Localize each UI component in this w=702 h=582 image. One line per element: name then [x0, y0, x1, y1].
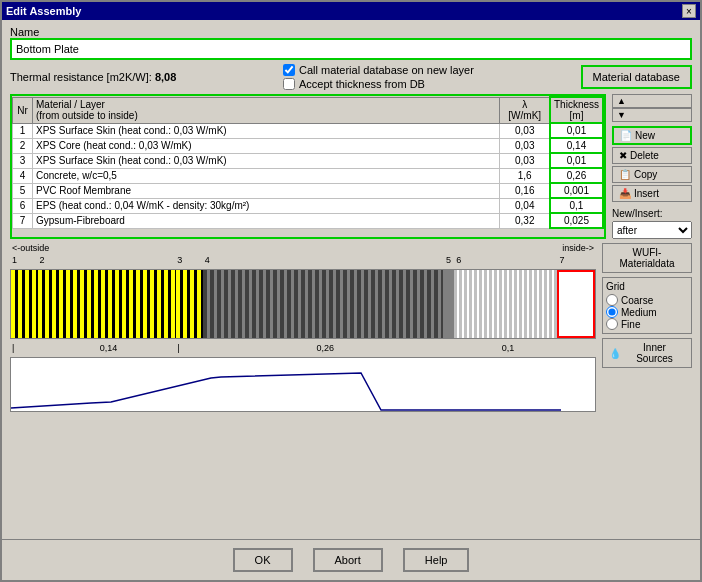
cell-lambda: 0,03 — [500, 123, 550, 138]
cell-nr: 6 — [13, 198, 33, 213]
lower-visualization — [10, 357, 596, 412]
table-row[interactable]: 7 Gypsum-Fibreboard 0,32 0,025 — [13, 213, 604, 228]
thermal-profile-svg — [11, 358, 595, 411]
seg-num-6: 6 — [456, 255, 559, 267]
name-label: Name — [10, 26, 39, 38]
layer-table: Nr Material / Layer (from outside to ins… — [10, 94, 606, 239]
checkbox-group: Call material database on new layer Acce… — [283, 64, 474, 90]
inside-label: inside-> — [562, 243, 594, 253]
new-button[interactable]: 📄 New — [612, 126, 692, 145]
viz-segment-7 — [557, 270, 595, 338]
viz-segment-5 — [443, 270, 453, 338]
cell-nr: 1 — [13, 123, 33, 138]
call-material-db-label: Call material database on new layer — [299, 64, 474, 76]
seg-num-2: 2 — [40, 255, 178, 267]
title-bar: Edit Assembly × — [2, 2, 700, 20]
cell-nr: 5 — [13, 183, 33, 198]
viz-segment-4 — [203, 270, 443, 338]
copy-icon: 📋 — [619, 169, 631, 180]
abort-button[interactable]: Abort — [313, 548, 383, 572]
meas-4: 0,26 — [205, 343, 446, 353]
viz-segment-1 — [11, 270, 38, 338]
table-section: Nr Material / Layer (from outside to ins… — [10, 94, 692, 239]
cell-material: XPS Core (heat cond.: 0,03 W/mK) — [33, 138, 500, 153]
meas-2: 0,14 — [40, 343, 178, 353]
accept-thickness-row: Accept thickness from DB — [283, 78, 474, 90]
grid-medium-radio[interactable] — [606, 306, 618, 318]
cell-thickness: 0,1 — [550, 198, 603, 213]
visualization-area: <-outside inside-> 1 2 3 4 5 6 7 — [10, 243, 692, 533]
close-button[interactable]: × — [682, 4, 696, 18]
scroll-up-button[interactable]: ▲ — [612, 94, 692, 108]
cell-lambda: 0,04 — [500, 198, 550, 213]
grid-coarse-row: Coarse — [606, 294, 688, 306]
cell-nr: 2 — [13, 138, 33, 153]
viz-segment-6 — [454, 270, 557, 338]
accept-thickness-checkbox[interactable] — [283, 78, 295, 90]
grid-fine-radio[interactable] — [606, 318, 618, 330]
cell-lambda: 0,03 — [500, 153, 550, 168]
call-material-db-checkbox[interactable] — [283, 64, 295, 76]
grid-coarse-radio[interactable] — [606, 294, 618, 306]
call-material-db-row: Call material database on new layer — [283, 64, 474, 76]
segment-numbers-row: 1 2 3 4 5 6 7 — [10, 255, 596, 267]
cell-material: Concrete, w/c=0,5 — [33, 168, 500, 183]
meas-spacer-1: | — [12, 343, 40, 353]
layers-table: Nr Material / Layer (from outside to ins… — [12, 96, 604, 229]
inner-sources-icon: 💧 — [609, 348, 621, 359]
delete-button[interactable]: ✖ Delete — [612, 147, 692, 164]
grid-fine-row: Fine — [606, 318, 688, 330]
insert-button[interactable]: 📥 Insert — [612, 185, 692, 202]
col-thickness: Thickness [m] — [550, 97, 603, 123]
grid-group: Grid Coarse Medium Fine — [602, 277, 692, 334]
thermal-row: Thermal resistance [m2K/W]: 8,08 Call ma… — [10, 64, 692, 90]
cell-lambda: 0,03 — [500, 138, 550, 153]
cell-nr: 7 — [13, 213, 33, 228]
meas-6: 0,1 — [456, 343, 559, 353]
seg-num-5: 5 — [446, 255, 456, 267]
col-lambda: λ [W/mK] — [500, 97, 550, 123]
new-insert-label: New/Insert: — [612, 208, 692, 219]
delete-icon: ✖ — [619, 150, 627, 161]
cell-material: PVC Roof Membrane — [33, 183, 500, 198]
cell-lambda: 0,32 — [500, 213, 550, 228]
grid-title: Grid — [606, 281, 688, 292]
cell-material: XPS Surface Skin (heat cond.: 0,03 W/mK) — [33, 153, 500, 168]
help-button[interactable]: Help — [403, 548, 470, 572]
outside-label: <-outside — [12, 243, 49, 253]
insert-position-select[interactable]: after before — [612, 221, 692, 239]
cell-thickness: 0,14 — [550, 138, 603, 153]
cell-thickness: 0,01 — [550, 123, 603, 138]
material-database-button[interactable]: Material database — [581, 65, 692, 89]
viz-left: <-outside inside-> 1 2 3 4 5 6 7 — [10, 243, 596, 533]
viz-segment-3 — [176, 270, 203, 338]
seg-num-7: 7 — [560, 255, 594, 267]
outside-inside-labels: <-outside inside-> — [10, 243, 596, 253]
measurements-row: | 0,14 | 0,26 0,1 — [10, 341, 596, 355]
table-row[interactable]: 2 XPS Core (heat cond.: 0,03 W/mK) 0,03 … — [13, 138, 604, 153]
table-row[interactable]: 6 EPS (heat cond.: 0,04 W/mK - density: … — [13, 198, 604, 213]
seg-num-1: 1 — [12, 255, 40, 267]
cell-material: EPS (heat cond.: 0,04 W/mK - density: 30… — [33, 198, 500, 213]
scroll-down-button[interactable]: ▼ — [612, 108, 692, 122]
wufi-materialdata-button[interactable]: WUFI-Materialdata — [602, 243, 692, 273]
name-input[interactable] — [10, 38, 692, 60]
cell-material: Gypsum-Fibreboard — [33, 213, 500, 228]
page-icon: 📄 — [620, 130, 632, 141]
table-row[interactable]: 1 XPS Surface Skin (heat cond.: 0,03 W/m… — [13, 123, 604, 138]
ok-button[interactable]: OK — [233, 548, 293, 572]
cell-material: XPS Surface Skin (heat cond.: 0,03 W/mK) — [33, 123, 500, 138]
cell-lambda: 1,6 — [500, 168, 550, 183]
copy-button[interactable]: 📋 Copy — [612, 166, 692, 183]
grid-fine-label: Fine — [621, 319, 640, 330]
inner-sources-button[interactable]: 💧 Inner Sources — [602, 338, 692, 368]
table-row[interactable]: 3 XPS Surface Skin (heat cond.: 0,03 W/m… — [13, 153, 604, 168]
col-material: Material / Layer (from outside to inside… — [33, 97, 500, 123]
cell-thickness: 0,001 — [550, 183, 603, 198]
meas-spacer-3: | — [177, 343, 205, 353]
seg-num-3: 3 — [177, 255, 205, 267]
table-row[interactable]: 4 Concrete, w/c=0,5 1,6 0,26 — [13, 168, 604, 183]
grid-medium-row: Medium — [606, 306, 688, 318]
table-row[interactable]: 5 PVC Roof Membrane 0,16 0,001 — [13, 183, 604, 198]
cell-lambda: 0,16 — [500, 183, 550, 198]
